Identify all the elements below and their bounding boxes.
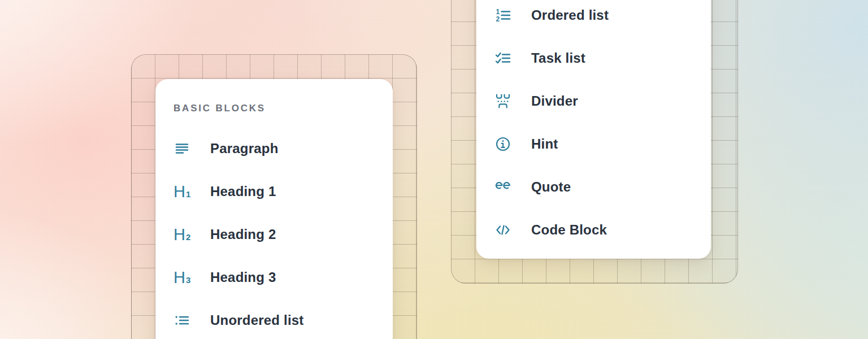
advanced-blocks-panel: 1 2 Ordered list bbox=[476, 0, 711, 259]
section-label: BASIC BLOCKS bbox=[173, 103, 393, 114]
block-menu-illustration: BASIC BLOCKS Paragraph H1 Heading 1 bbox=[0, 0, 868, 339]
menu-item-label: Heading 2 bbox=[210, 227, 276, 242]
basic-blocks-menu: Paragraph H1 Heading 1 H2 Heading 2 H3 H… bbox=[173, 127, 393, 339]
heading-1-icon: H1 bbox=[173, 182, 193, 201]
menu-item-quote[interactable]: Quote bbox=[494, 166, 711, 208]
menu-item-label: Task list bbox=[531, 50, 585, 66]
task-list-icon bbox=[494, 49, 514, 68]
menu-item-code-block[interactable]: Code Block bbox=[494, 208, 711, 251]
menu-item-paragraph[interactable]: Paragraph bbox=[173, 127, 393, 170]
menu-item-unordered-list[interactable]: Unordered list bbox=[173, 299, 393, 339]
code-block-icon bbox=[494, 220, 514, 240]
menu-item-label: Hint bbox=[531, 136, 558, 152]
menu-item-label: Paragraph bbox=[210, 141, 279, 157]
hint-icon bbox=[494, 134, 514, 154]
basic-blocks-panel: BASIC BLOCKS Paragraph H1 Heading 1 bbox=[155, 79, 393, 339]
heading-2-icon: H2 bbox=[173, 225, 193, 244]
menu-item-task-list[interactable]: Task list bbox=[494, 37, 711, 80]
menu-item-heading-3[interactable]: H3 Heading 3 bbox=[173, 256, 393, 299]
paragraph-icon bbox=[173, 139, 193, 158]
heading-3-icon: H3 bbox=[173, 268, 193, 287]
svg-text:2: 2 bbox=[496, 15, 500, 23]
menu-item-label: Unordered list bbox=[210, 312, 304, 328]
ordered-list-icon: 1 2 bbox=[494, 6, 514, 25]
divider-icon bbox=[494, 92, 514, 111]
menu-item-label: Quote bbox=[531, 179, 571, 195]
advanced-blocks-menu: 1 2 Ordered list bbox=[494, 0, 711, 251]
quote-icon bbox=[494, 177, 514, 197]
unordered-list-icon bbox=[173, 311, 193, 330]
menu-item-label: Heading 3 bbox=[210, 270, 276, 285]
menu-item-heading-2[interactable]: H2 Heading 2 bbox=[173, 213, 393, 256]
menu-item-ordered-list[interactable]: 1 2 Ordered list bbox=[494, 0, 711, 37]
menu-item-hint[interactable]: Hint bbox=[494, 123, 711, 166]
menu-item-heading-1[interactable]: H1 Heading 1 bbox=[173, 170, 393, 213]
menu-item-label: Ordered list bbox=[531, 7, 609, 23]
menu-item-label: Divider bbox=[531, 93, 578, 109]
menu-item-label: Code Block bbox=[531, 222, 607, 238]
menu-item-divider[interactable]: Divider bbox=[494, 80, 711, 123]
menu-item-label: Heading 1 bbox=[210, 184, 276, 199]
